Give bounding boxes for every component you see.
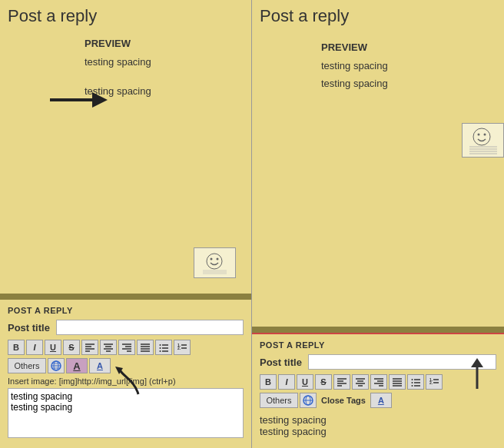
right-list-button[interactable] — [407, 374, 424, 390]
right-globe-button[interactable] — [300, 393, 317, 408]
left-preview-text-2: testing spacing — [85, 82, 244, 100]
left-italic-button[interactable]: I — [26, 340, 43, 355]
left-bold-button[interactable]: B — [8, 340, 25, 355]
left-reply-form: POST A REPLY Post title B I U S — [0, 300, 251, 448]
svg-point-28 — [160, 350, 161, 352]
svg-point-40 — [473, 128, 490, 145]
right-divider — [252, 327, 504, 333]
svg-marker-77 — [471, 358, 483, 367]
right-italic-button[interactable]: I — [278, 374, 295, 390]
left-others-button[interactable]: Others — [8, 358, 46, 373]
right-align-right-button[interactable] — [370, 374, 387, 390]
left-post-title-row: Post title — [8, 320, 244, 335]
left-strike-button[interactable]: S — [63, 340, 80, 355]
right-preview-text-1: testing spacing — [321, 57, 496, 75]
svg-point-24 — [160, 344, 161, 346]
left-underline-button[interactable]: U — [45, 340, 61, 355]
right-post-reply-label: POST A REPLY — [260, 340, 496, 350]
left-align-left-button[interactable] — [81, 340, 98, 355]
left-preview-area: Post a reply PREVIEW testing spacing tes… — [0, 0, 251, 294]
left-globe-button[interactable] — [48, 358, 65, 373]
left-list-button[interactable] — [155, 340, 172, 355]
right-strike-button[interactable]: S — [315, 374, 332, 390]
left-post-title-input[interactable] — [56, 320, 244, 335]
left-preview-label: PREVIEW — [85, 38, 244, 49]
left-preview-content: testing spacing testing spacing — [85, 53, 244, 101]
svg-text:2.: 2. — [429, 380, 433, 385]
right-preview-text-2: testing spacing — [321, 75, 496, 92]
right-toolbar-row1: B I U S 1.2. — [260, 374, 496, 390]
arrow-decoration — [46, 85, 108, 118]
svg-point-65 — [412, 382, 413, 383]
right-preview-content: testing spacing testing spacing — [321, 57, 496, 93]
left-page-title: Post a reply — [8, 6, 244, 26]
svg-point-2 — [207, 254, 222, 269]
svg-text:2.: 2. — [177, 346, 181, 350]
svg-marker-1 — [92, 92, 108, 108]
left-panel: Post a reply PREVIEW testing spacing tes… — [0, 0, 252, 448]
left-post-reply-label: POST A REPLY — [8, 306, 244, 315]
right-underline-button[interactable]: U — [297, 374, 313, 390]
svg-point-4 — [217, 258, 219, 261]
smiley-box-left — [194, 247, 236, 278]
left-align-right-button[interactable] — [118, 340, 135, 355]
svg-point-67 — [412, 385, 413, 387]
right-preview-area: Post a reply PREVIEW testing spacing tes… — [252, 0, 504, 327]
right-ordered-list-button[interactable]: 1.2. — [426, 374, 443, 390]
left-justify-button[interactable] — [137, 340, 154, 355]
right-align-left-button[interactable] — [333, 374, 350, 390]
right-post-title-row: Post title — [260, 354, 496, 370]
right-align-center-button[interactable] — [352, 374, 369, 390]
svg-point-42 — [483, 133, 486, 135]
right-reply-text-area: testing spacing testing spacing — [260, 411, 496, 440]
right-close-tags-label[interactable]: Close Tags — [318, 396, 369, 405]
right-justify-button[interactable] — [389, 374, 406, 390]
right-panel: Post a reply PREVIEW testing spacing tes… — [252, 0, 504, 448]
svg-point-26 — [160, 347, 161, 349]
right-arrow-up-icon — [466, 358, 489, 393]
right-page-title: Post a reply — [260, 6, 496, 26]
left-preview-text-1: testing spacing — [85, 53, 244, 71]
right-preview-label: PREVIEW — [321, 41, 496, 53]
right-bold-button[interactable]: B — [260, 374, 277, 390]
right-font-size-button[interactable]: A — [370, 393, 392, 408]
right-others-button[interactable]: Others — [260, 393, 298, 408]
right-reply-form: POST A REPLY Post title B I U S — [252, 333, 504, 448]
left-post-title-label: Post title — [8, 322, 50, 334]
right-toolbar-row2: Others Close Tags A — [260, 393, 496, 408]
svg-point-63 — [412, 379, 413, 380]
left-ordered-list-button[interactable]: 1.2. — [174, 340, 191, 355]
right-post-title-label: Post title — [260, 357, 302, 368]
right-reply-text-1: testing spacing testing spacing — [260, 414, 496, 437]
svg-point-41 — [477, 133, 479, 135]
smiley-box-right — [462, 123, 504, 158]
left-toolbar-row1: B I U S 1.2. — [8, 340, 244, 355]
left-align-center-button[interactable] — [100, 340, 117, 355]
left-color-button[interactable]: A — [66, 358, 88, 373]
left-divider — [0, 294, 251, 300]
svg-point-3 — [211, 258, 213, 261]
